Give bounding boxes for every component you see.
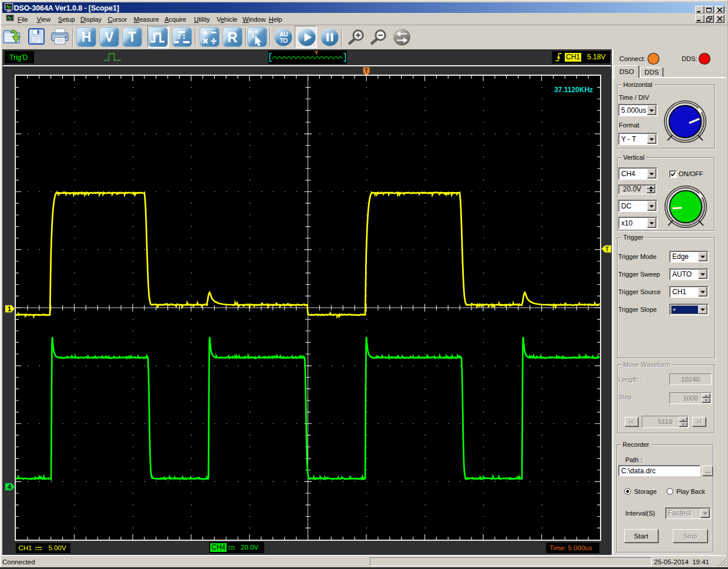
svg-text:TO: TO	[279, 37, 288, 44]
svg-text:V: V	[105, 29, 114, 45]
svg-text:1: 1	[8, 305, 12, 312]
svg-text:T: T	[605, 245, 609, 252]
svg-text:H: H	[81, 29, 91, 45]
svg-text:T: T	[128, 29, 136, 45]
svg-text:R: R	[228, 29, 238, 45]
svg-text:4: 4	[8, 483, 12, 490]
